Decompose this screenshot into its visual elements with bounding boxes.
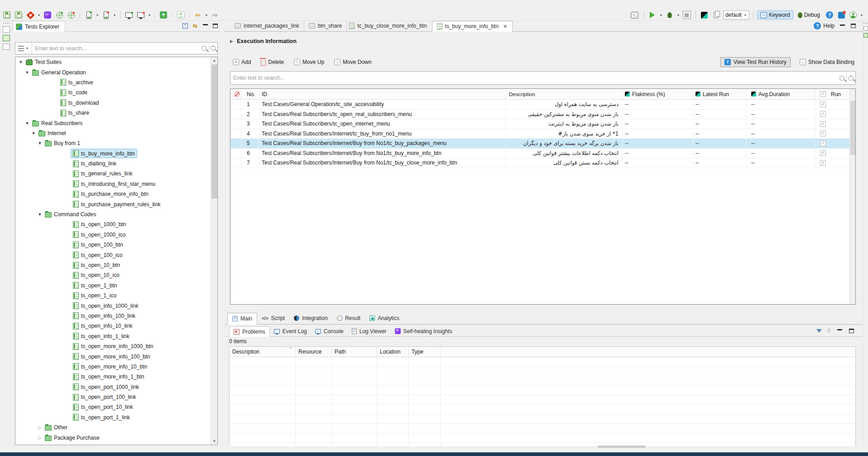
test-case-row[interactable]: 6 Test Cases/Real Subscribers/Internet/B… [230,149,855,159]
select-all-checkbox[interactable] [820,91,826,97]
tree-item[interactable]: ts_introducing_first_star_menu [15,179,217,189]
tree-item[interactable]: ts_open_10_btn [15,260,217,270]
search-icon[interactable] [201,46,206,51]
column-run[interactable]: Run [815,89,850,99]
tree-item[interactable]: ▼ Buy from 1 [15,138,217,148]
tree-item[interactable]: ts_open_1000_ico [15,230,217,240]
column-description[interactable]: Description˄ [230,347,296,357]
test-case-row[interactable]: 4 Test Cases/Real Subscribers/Internet/t… [230,129,855,139]
tree-item[interactable]: ts_open_more_info_1_btn [15,372,217,382]
drag-handle[interactable] [3,22,10,24]
test-case-row[interactable]: 5 Test Cases/Real Subscribers/Internet/B… [230,139,855,149]
delete-button[interactable]: Delete [258,57,287,67]
advanced-search-icon[interactable] [849,76,854,81]
restore-view-icon[interactable] [863,26,868,31]
record-mobile-icon[interactable] [101,10,111,20]
tree-item[interactable]: ts_dialling_link [15,159,217,169]
column-location[interactable]: Location [377,347,409,357]
menu-item[interactable] [9,4,17,5]
expander-icon[interactable]: ▼ [18,60,24,64]
drag-handle[interactable] [863,22,868,24]
dropdown-arrow[interactable]: ▾ [148,13,151,17]
filter-menu[interactable]: ▾ [15,43,32,54]
minimized-view-icon[interactable] [863,33,868,38]
table-search-input[interactable] [230,75,838,81]
editor-tab[interactable]: … btn_share ✕ [304,20,347,31]
table-scrollbar[interactable] [849,89,855,304]
add-button[interactable]: + Add [230,58,254,67]
tree-item[interactable]: ts_archive [15,78,217,87]
tree-item[interactable]: ts_open_port_1_link [15,412,217,422]
column-path[interactable]: Path [332,347,377,357]
dropdown-arrow[interactable]: ▾ [860,13,863,17]
katalon-testops-icon[interactable] [700,10,710,20]
column-avg-duration[interactable]: Avg.Duration [746,89,815,99]
show-data-binding-button[interactable]: ← Show Data Binding [797,58,857,67]
katalon-notification-icon[interactable] [836,10,846,20]
back-icon[interactable]: ⇦ [193,10,203,20]
test-case-row[interactable]: 3 Test Cases/Real Subscribers/tc_open_in… [230,119,855,129]
run-checkbox[interactable] [820,150,826,156]
katalon-run-icon[interactable] [25,10,35,20]
new-item-icon[interactable]: + [158,10,168,20]
collapse-arrow-icon[interactable]: ▶ [230,39,233,44]
advanced-search-icon[interactable] [211,46,216,51]
save-icon[interactable] [2,10,12,20]
run-checkbox[interactable] [820,102,826,107]
tree-item[interactable]: ts_download [15,98,217,108]
tree-item[interactable]: ▼ Command Codes [15,209,217,219]
expander-icon[interactable]: ▼ [37,212,43,217]
tree-item[interactable]: ▼ Real Subscribers [15,118,217,128]
column-type[interactable]: Type [409,347,441,357]
tree-item[interactable]: ts_open_port_100_link [15,392,217,402]
tree-item[interactable]: ts_open_1000_btn [15,219,217,229]
filter-icon[interactable] [816,329,822,333]
tree-item[interactable]: ts_open_info_10_link [15,321,217,331]
expander-icon[interactable]: ▷ [37,425,43,430]
tree-item[interactable]: ts_open_10_ico [15,270,217,280]
column-status[interactable] [230,89,241,99]
spy-web-icon[interactable] [54,10,64,20]
maximize-icon[interactable] [212,23,218,29]
close-icon[interactable]: ✕ [503,24,507,29]
menu-item[interactable] [58,4,66,5]
minimize-icon[interactable] [202,23,208,29]
keyword-browser-icon[interactable] [3,35,10,41]
collapse-all-icon[interactable] [182,23,188,29]
tree-item[interactable]: ts_general_rules_link [15,169,217,179]
expander-icon[interactable]: ▷ [37,436,43,440]
record-windows-icon[interactable] [136,10,146,20]
tree-item[interactable]: ts_open_more_info_1000_btn [15,341,217,351]
execution-information-section[interactable]: ▶ Execution Information [230,38,297,44]
maximize-icon[interactable] [848,328,854,334]
column-id[interactable]: ID [259,89,506,99]
column-description[interactable]: Description [506,89,623,99]
editor-view-tab[interactable]: Main [227,313,257,325]
editor-tab[interactable]: tc_buy_close_more_info_btn ✕ [347,20,432,31]
spy-windows-icon[interactable] [124,10,134,20]
menu-item[interactable] [25,4,34,5]
tree-scrollbar[interactable]: ▲ ▼ [211,57,217,445]
dropdown-arrow[interactable]: ▾ [743,13,747,17]
expander-icon[interactable]: ▼ [24,121,30,126]
menu-item[interactable] [34,4,42,5]
dropdown-arrow[interactable]: ▾ [113,13,116,17]
search-icon[interactable] [839,76,844,81]
dropdown-arrow[interactable]: ▾ [37,13,41,17]
forward-icon[interactable]: ⇨ [210,10,220,20]
scrollbar-thumb[interactable] [211,64,217,199]
tree-item[interactable]: ts_code [15,87,217,97]
tree-item[interactable]: ▷ Other [15,422,217,432]
test-case-row[interactable]: 7 Test Cases/Real Subscribers/Internet/B… [230,158,855,168]
link-with-editor-icon[interactable]: ⇆ [192,23,198,29]
run-icon[interactable] [647,10,657,20]
self-healing-icon[interactable] [43,10,53,20]
column-latest-run[interactable]: Latest Run [693,89,746,99]
dropdown-arrow[interactable]: ▾ [25,46,29,50]
horizontal-scrollbar[interactable] [598,446,646,448]
profile-select[interactable]: default ▾ [723,10,749,19]
account-avatar[interactable] [848,10,858,20]
bottom-panel-tab[interactable]: Console [311,326,348,336]
tab-tests-explorer[interactable]: Tests Explorer [13,21,65,32]
run-checkbox[interactable] [820,160,826,166]
